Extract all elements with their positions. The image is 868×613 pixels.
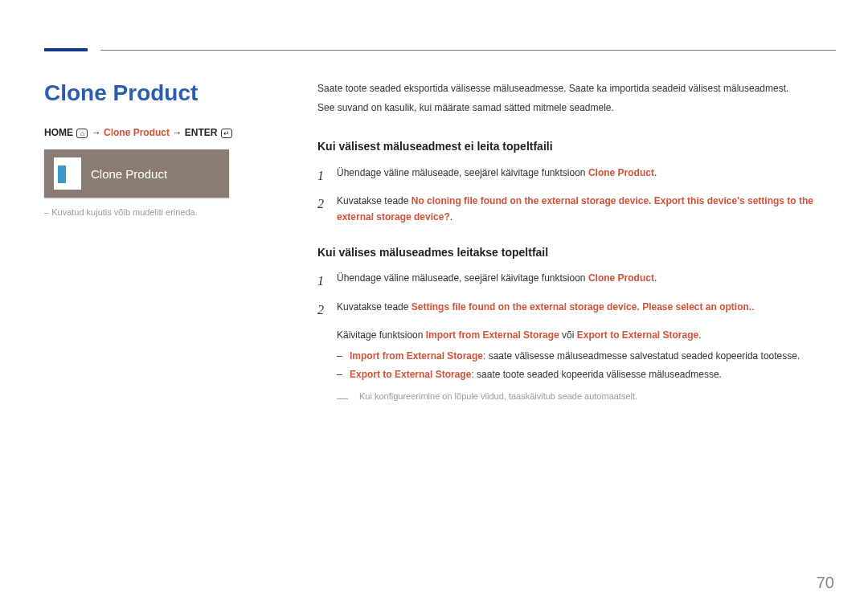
text: Kuvatakse teade <box>337 301 411 313</box>
home-icon: ⌂ <box>76 129 88 138</box>
step-body: Kuvatakse teade Settings file found on t… <box>337 299 836 321</box>
text: Ühendage väline mäluseade, seejärel käiv… <box>337 272 588 284</box>
breadcrumb-enter: ENTER <box>185 127 218 138</box>
text: : saate toote seaded kopeerida välisesse… <box>471 369 722 380</box>
breadcrumb-item: Clone Product <box>104 127 170 138</box>
dash-item: – Export to External Storage: saate toot… <box>337 366 836 382</box>
highlight: Import from External Storage <box>426 329 559 341</box>
highlight: Clone Product <box>588 167 654 178</box>
enter-icon: ↵ <box>221 129 232 138</box>
text: . <box>654 167 657 178</box>
highlight: Clone Product <box>588 272 654 284</box>
text: . <box>654 272 657 284</box>
text: . <box>751 301 754 313</box>
page-number: 70 <box>817 574 834 592</box>
step-number: 1 <box>317 270 337 292</box>
step-body: Kuvatakse teade No cloning file found on… <box>337 193 836 226</box>
breadcrumb-arrow: → <box>92 127 104 138</box>
thumbnail-label: Clone Product <box>91 167 167 181</box>
text: Kuvatakse teade <box>337 195 411 206</box>
accent-bar <box>44 48 88 51</box>
clone-product-icon <box>54 157 81 190</box>
thumbnail-note: Kuvatud kujutis võib mudeliti erineda. <box>44 207 293 217</box>
step: 1 Ühendage väline mäluseade, seejärel kä… <box>317 270 836 292</box>
text: Kui konfigureerimine on lõpule viidud, t… <box>359 389 637 408</box>
highlight: Export to External Storage <box>577 329 698 341</box>
text: Käivitage funktsioon <box>337 329 426 341</box>
text: või <box>559 329 577 341</box>
breadcrumb-arrow: → <box>172 127 184 138</box>
text: . <box>698 329 701 341</box>
breadcrumb: HOME ⌂ → Clone Product → ENTER ↵ <box>44 127 293 138</box>
text: . <box>450 211 452 223</box>
left-column: Clone Product HOME ⌂ → Clone Product → E… <box>44 80 317 408</box>
clone-product-thumbnail: Clone Product <box>44 149 229 198</box>
highlight: Import from External Storage <box>350 350 483 362</box>
step-number: 1 <box>317 165 337 186</box>
long-dash-icon: ― <box>337 389 359 408</box>
dash-body: Import from External Storage: saate väli… <box>350 348 800 364</box>
step-body: Ühendage väline mäluseade, seejärel käiv… <box>337 165 836 186</box>
step-number: 2 <box>317 193 337 226</box>
dash-icon: – <box>337 366 350 382</box>
step: 2 Kuvatakse teade Settings file found on… <box>317 299 836 321</box>
dash-item: – Import from External Storage: saate vä… <box>337 348 836 364</box>
step-body: Ühendage väline mäluseade, seejärel käiv… <box>337 270 836 292</box>
dash-body: Export to External Storage: saate toote … <box>350 366 722 382</box>
header-rule <box>100 50 836 51</box>
section-heading-no-duplicate: Kui välisest mäluseadmest ei leita topel… <box>317 137 836 157</box>
right-column: Saate toote seaded eksportida välisesse … <box>317 80 836 408</box>
breadcrumb-home: HOME <box>44 127 73 138</box>
step: 2 Kuvatakse teade No cloning file found … <box>317 193 836 226</box>
dash-icon: – <box>337 348 350 364</box>
step: 1 Ühendage väline mäluseade, seejärel kä… <box>317 165 836 186</box>
intro-text-2: See suvand on kasulik, kui määrate samad… <box>317 100 836 116</box>
final-note: ― Kui konfigureerimine on lõpule viidud,… <box>337 389 836 408</box>
sub-instruction: Käivitage funktsioon Import from Externa… <box>337 327 836 343</box>
text: : saate välisesse mäluseadmesse salvesta… <box>483 350 800 362</box>
document-page: Clone Product HOME ⌂ → Clone Product → E… <box>0 0 868 440</box>
intro-text-1: Saate toote seaded eksportida välisesse … <box>317 80 836 96</box>
step-number: 2 <box>317 299 337 321</box>
page-title: Clone Product <box>44 80 293 106</box>
highlight: Export to External Storage <box>350 369 471 380</box>
section-heading-duplicate-found: Kui välises mäluseadmes leitakse topeltf… <box>317 243 836 263</box>
highlight: Settings file found on the external stor… <box>411 301 751 313</box>
text: Ühendage väline mäluseade, seejärel käiv… <box>337 167 588 178</box>
